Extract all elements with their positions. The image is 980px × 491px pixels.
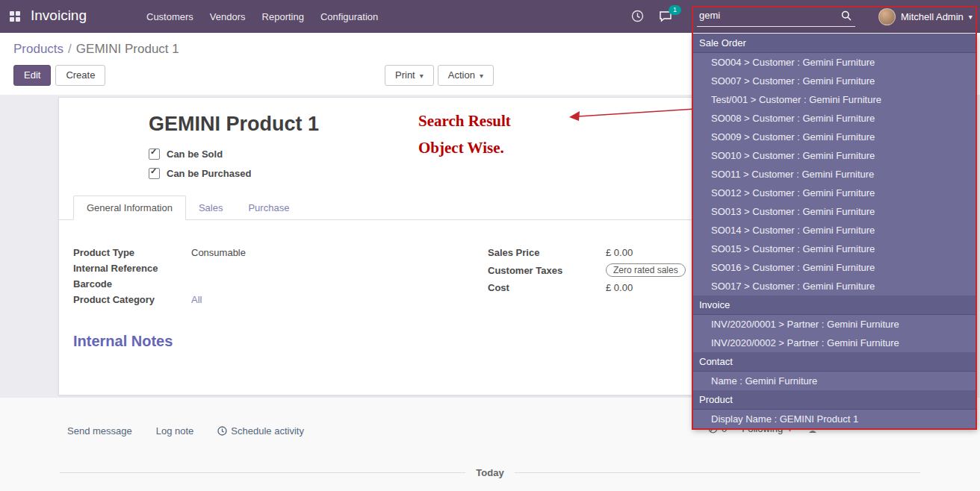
- search-result-item[interactable]: SO011 > Customer : Gemini Furniture: [693, 165, 977, 184]
- global-search-box: [697, 6, 855, 27]
- internal-reference-row: Internal Reference: [73, 260, 424, 276]
- messages-icon[interactable]: 1: [659, 10, 672, 25]
- product-type-row: Product Type Consumable: [73, 245, 424, 260]
- can-be-purchased-checkbox[interactable]: [149, 168, 160, 179]
- cost-label: Cost: [488, 282, 606, 293]
- product-type-label: Product Type: [73, 247, 191, 258]
- search-group-contact: Contact: [693, 352, 977, 372]
- action-button[interactable]: Action▾: [438, 65, 494, 86]
- search-result-item[interactable]: INV/2020/0002 > Partner : Gemini Furnitu…: [693, 334, 977, 352]
- user-menu[interactable]: Mitchell Admin ▾: [878, 0, 973, 33]
- search-result-item[interactable]: SO007 > Customer : Gemini Furniture: [693, 72, 977, 90]
- search-result-item[interactable]: SO008 > Customer : Gemini Furniture: [693, 109, 977, 128]
- nav-menu-configuration[interactable]: Configuration: [320, 11, 378, 22]
- cost-value: £ 0.00: [606, 282, 633, 293]
- barcode-label: Barcode: [73, 278, 191, 290]
- sales-price-label: Sales Price: [488, 247, 606, 258]
- messages-badge: 1: [669, 5, 681, 15]
- caret-down-icon: ▾: [420, 72, 424, 80]
- breadcrumb-products[interactable]: Products: [13, 42, 63, 56]
- internal-reference-label: Internal Reference: [73, 263, 191, 274]
- nav-menus: Customers Vendors Reporting Configuratio…: [146, 0, 378, 33]
- can-be-purchased-row: Can be Purchased: [149, 168, 251, 179]
- search-result-item[interactable]: Name : Gemini Furniture: [693, 372, 977, 390]
- caret-down-icon: ▾: [480, 72, 483, 80]
- send-message-button[interactable]: Send message: [67, 425, 132, 437]
- activities-clock-icon[interactable]: [631, 10, 644, 25]
- search-input[interactable]: [697, 6, 832, 22]
- search-result-item[interactable]: SO012 > Customer : Gemini Furniture: [693, 184, 977, 202]
- user-avatar: [878, 8, 896, 25]
- page-title: GEMINI Product 1: [149, 113, 319, 136]
- tab-sales[interactable]: Sales: [186, 196, 236, 219]
- schedule-clock-icon: [217, 426, 227, 436]
- search-result-item[interactable]: SO013 > Customer : Gemini Furniture: [693, 202, 977, 221]
- search-group-sale-order: Sale Order: [693, 34, 977, 53]
- chatter-actions: Send message Log note Schedule activity: [67, 425, 304, 437]
- today-divider: Today: [60, 467, 920, 478]
- barcode-row: Barcode: [73, 276, 424, 292]
- product-category-value[interactable]: All: [191, 294, 202, 305]
- search-icon[interactable]: [841, 10, 852, 24]
- breadcrumb: Products/GEMINI Product 1: [13, 42, 179, 57]
- nav-menu-reporting[interactable]: Reporting: [262, 11, 304, 22]
- create-button[interactable]: Create: [55, 65, 105, 86]
- user-name: Mitchell Admin: [901, 11, 964, 22]
- record-buttons: Edit Create: [13, 65, 105, 86]
- search-result-item[interactable]: SO004 > Customer : Gemini Furniture: [693, 53, 977, 72]
- search-result-item[interactable]: SO014 > Customer : Gemini Furniture: [693, 221, 977, 240]
- search-result-item[interactable]: Test/001 > Customer : Gemini Furniture: [693, 90, 977, 109]
- breadcrumb-separator: /: [68, 42, 72, 56]
- can-be-sold-label: Can be Sold: [167, 148, 223, 160]
- can-be-sold-row: Can be Sold: [149, 148, 223, 160]
- print-action-buttons: Print▾ Action▾: [385, 65, 494, 86]
- search-result-item[interactable]: SO010 > Customer : Gemini Furniture: [693, 146, 977, 165]
- tab-purchase[interactable]: Purchase: [235, 196, 302, 219]
- top-navbar: Invoicing Customers Vendors Reporting Co…: [0, 0, 980, 33]
- breadcrumb-current: GEMINI Product 1: [76, 42, 179, 56]
- schedule-activity-button[interactable]: Schedule activity: [217, 425, 304, 437]
- internal-notes-heading: Internal Notes: [73, 333, 173, 350]
- search-group-product: Product: [693, 390, 977, 410]
- can-be-sold-checkbox[interactable]: [149, 148, 160, 160]
- nav-menu-customers[interactable]: Customers: [146, 11, 193, 22]
- screen: Invoicing Customers Vendors Reporting Co…: [0, 0, 980, 491]
- can-be-purchased-label: Can be Purchased: [167, 168, 251, 179]
- product-type-value: Consumable: [191, 247, 246, 258]
- today-label: Today: [476, 467, 503, 478]
- search-result-item[interactable]: SO017 > Customer : Gemini Furniture: [693, 277, 977, 295]
- customer-taxes-label: Customer Taxes: [488, 265, 606, 276]
- nav-menu-vendors[interactable]: Vendors: [210, 11, 246, 22]
- customer-taxes-value[interactable]: Zero rated sales: [606, 263, 686, 277]
- product-category-label: Product Category: [73, 294, 191, 305]
- log-note-button[interactable]: Log note: [156, 425, 194, 437]
- search-result-item[interactable]: SO016 > Customer : Gemini Furniture: [693, 258, 977, 277]
- app-name[interactable]: Invoicing: [31, 7, 87, 24]
- search-group-invoice: Invoice: [693, 295, 977, 315]
- tab-general-information[interactable]: General Information: [73, 196, 186, 220]
- search-result-item[interactable]: SO009 > Customer : Gemini Furniture: [693, 128, 977, 146]
- search-result-item[interactable]: INV/2020/0001 > Partner : Gemini Furnitu…: [693, 315, 977, 334]
- sales-price-value: £ 0.00: [606, 247, 633, 258]
- search-result-item[interactable]: Display Name : GEMINI Product 1: [693, 410, 977, 428]
- edit-button[interactable]: Edit: [13, 65, 51, 86]
- search-result-item[interactable]: SO015 > Customer : Gemini Furniture: [693, 240, 977, 258]
- apps-grid-icon[interactable]: [10, 11, 21, 22]
- product-category-row: Product Category All: [73, 292, 424, 307]
- caret-down-icon: ▾: [969, 13, 973, 21]
- left-field-group: Product Type Consumable Internal Referen…: [73, 245, 424, 307]
- print-button[interactable]: Print▾: [385, 65, 434, 86]
- search-results-dropdown: Sale Order SO004 > Customer : Gemini Fur…: [693, 34, 977, 428]
